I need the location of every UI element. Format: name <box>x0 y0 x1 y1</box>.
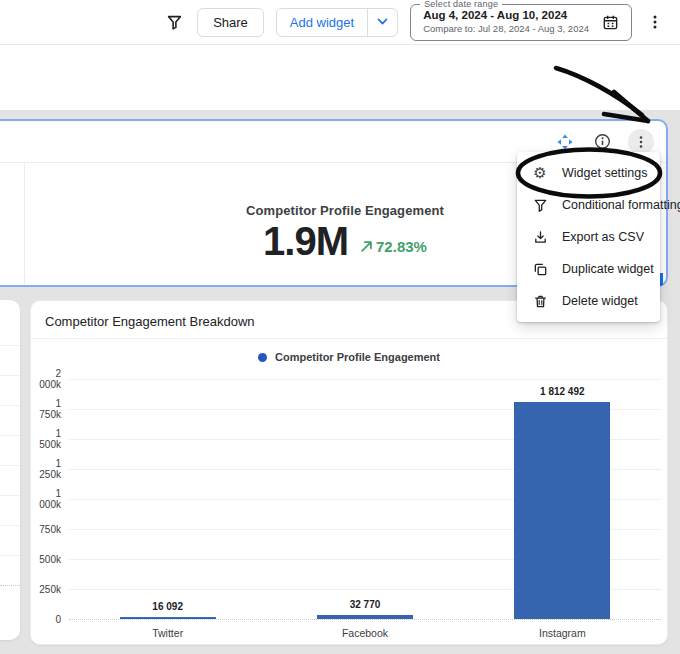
y-axis-tick: 250k <box>31 584 61 595</box>
bar-chart-widget[interactable]: Competitor Engagement Breakdown Competit… <box>30 300 668 645</box>
trash-icon <box>532 293 548 309</box>
cropped-left-widget[interactable] <box>0 300 20 640</box>
menu-item-delete-widget[interactable]: Delete widget <box>517 285 660 317</box>
menu-item-label: Conditional formatting <box>562 198 680 212</box>
date-range-compare: Compare to: Jul 28, 2024 - Aug 3, 2024 <box>423 23 589 35</box>
add-widget-split-button: Add widget <box>276 8 398 37</box>
gridline <box>0 375 20 376</box>
bar-chart-plot: 2 000k1 750k1 500k1 250k1 000k750k500k25… <box>31 301 667 644</box>
y-axis-tick: 750k <box>31 524 61 535</box>
filter-funnel-icon[interactable] <box>163 11 185 33</box>
kpi-value: 1.9M <box>263 221 348 261</box>
y-axis-tick: 500k <box>31 554 61 565</box>
x-axis-label: Instagram <box>464 627 661 639</box>
dashboard-screen: Share Add widget Select date range Aug 4… <box>0 0 680 654</box>
y-axis-tick: 1 750k <box>31 398 61 420</box>
gridline <box>0 405 20 406</box>
share-button[interactable]: Share <box>197 8 264 37</box>
top-toolbar: Share Add widget Select date range Aug 4… <box>0 0 680 45</box>
chevron-down-icon <box>377 18 388 26</box>
add-widget-dropdown-button[interactable] <box>368 9 397 36</box>
bar-facebook[interactable] <box>317 615 413 619</box>
y-axis-tick: 0 <box>31 614 61 625</box>
gridline <box>0 465 20 466</box>
gridline <box>0 555 20 556</box>
calendar-icon[interactable] <box>599 11 621 33</box>
gridline <box>0 435 20 436</box>
more-options-icon <box>634 135 648 149</box>
bar-twitter[interactable] <box>120 617 216 619</box>
copy-icon <box>532 261 548 277</box>
y-axis-tick: 1 000k <box>31 488 61 510</box>
date-range-picker[interactable]: Select date range Aug 4, 2024 - Aug 10, … <box>410 4 632 41</box>
menu-item-conditional-formatting[interactable]: Conditional formatting <box>517 189 660 221</box>
bar-value-label: 32 770 <box>266 599 463 610</box>
date-range-value: Aug 4, 2024 - Aug 10, 2024 <box>423 9 589 22</box>
gridline <box>69 619 661 620</box>
kebab-menu-icon[interactable] <box>644 11 666 33</box>
menu-item-label: Delete widget <box>562 294 638 308</box>
kpi-title: Competitor Profile Engagement <box>246 203 444 218</box>
widget-more-options-button[interactable] <box>628 129 654 155</box>
add-widget-button[interactable]: Add widget <box>277 9 367 36</box>
menu-item-label: Duplicate widget <box>562 262 654 276</box>
gridline <box>0 345 20 346</box>
funnel-icon <box>532 197 548 213</box>
y-axis-tick: 2 000k <box>31 368 61 390</box>
move-icon[interactable] <box>554 131 576 153</box>
menu-item-label: Widget settings <box>562 166 647 180</box>
x-axis-label: Facebook <box>266 627 463 639</box>
left-widget-plot <box>0 300 20 640</box>
gridline <box>69 379 661 380</box>
download-icon <box>532 229 548 245</box>
kpi-value-row: 1.9M 72.83% <box>263 221 427 261</box>
gear-icon: ⚙ <box>532 165 548 181</box>
bar-value-label: 16 092 <box>69 601 266 612</box>
gridline <box>0 585 20 586</box>
trend-up-arrow-icon <box>361 241 372 252</box>
widget-context-menu: ⚙ Widget settings Conditional formatting… <box>517 152 660 322</box>
y-axis-tick: 1 500k <box>31 428 61 450</box>
bar-instagram[interactable] <box>514 402 610 619</box>
kpi-delta: 72.83% <box>361 238 427 255</box>
menu-item-label: Export as CSV <box>562 230 644 244</box>
gridline <box>0 495 20 496</box>
bar-value-label: 1 812 492 <box>464 386 661 397</box>
kpi-delta-value: 72.83% <box>376 238 427 255</box>
menu-item-duplicate-widget[interactable]: Duplicate widget <box>517 253 660 285</box>
menu-item-export-csv[interactable]: Export as CSV <box>517 221 660 253</box>
gridline <box>0 525 20 526</box>
x-axis-label: Twitter <box>69 627 266 639</box>
y-axis-tick: 1 250k <box>31 458 61 480</box>
info-icon[interactable] <box>591 131 613 153</box>
menu-item-widget-settings[interactable]: ⚙ Widget settings <box>517 157 660 189</box>
date-range-label: Select date range <box>420 0 502 9</box>
